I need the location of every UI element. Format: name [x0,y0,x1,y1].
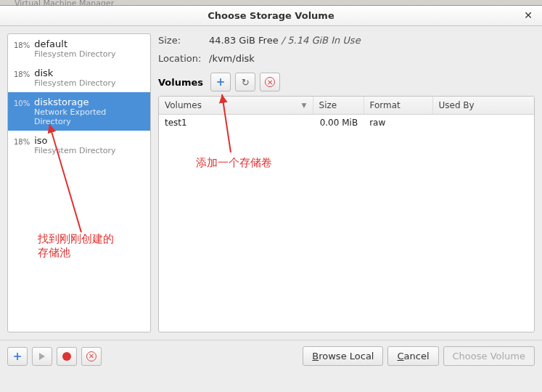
delete-icon: ✕ [86,351,97,362]
stop-pool-button[interactable] [57,347,77,366]
pool-item-diskstorage[interactable]: 10% diskstorage Network Exported Directo… [8,92,150,131]
col-header-size[interactable]: Size [313,97,364,114]
cancel-button[interactable]: Cancel [387,346,438,366]
pool-type: Network Exported Directory [34,107,144,126]
size-inuse: 5.14 GiB In Use [287,35,360,46]
size-label: Size: [158,35,209,46]
cell-format: raw [364,115,432,131]
pool-usage-pct: 18% [14,38,30,49]
delete-volume-button[interactable]: ✕ [260,73,280,91]
background-window-strip: Virtual Machine Manager [0,0,542,6]
col-header-volumes[interactable]: Volumes▼ [159,97,313,114]
record-icon [62,352,71,361]
pool-name: default [34,38,115,49]
location-row: Location: /kvm/disk [158,52,535,65]
titlebar: Choose Storage Volume ✕ [0,6,542,26]
pool-name: iso [34,135,115,146]
size-free: 44.83 GiB Free [209,35,279,46]
volumes-label: Volumes [158,77,203,88]
pool-name: diskstorage [34,97,144,107]
cell-volume-name: test1 [159,115,313,131]
pool-usage-pct: 18% [14,68,30,78]
table-header: Volumes▼ Size Format Used By [159,97,534,115]
pool-item-default[interactable]: 18% default Filesystem Directory [8,34,150,63]
pool-type: Filesystem Directory [34,49,115,59]
cell-usedby [432,115,534,131]
pool-type: Filesystem Directory [34,78,115,88]
pool-usage-pct: 18% [14,135,30,146]
sort-indicator-icon: ▼ [302,102,307,109]
volumes-toolbar: Volumes + ↻ ✕ [158,73,535,91]
cell-size: 0.00 MiB [313,115,364,131]
pool-item-iso[interactable]: 18% iso Filesystem Directory [8,131,150,160]
browse-local-button[interactable]: Browse Local [303,346,383,366]
choose-volume-button: Choose Volume [443,346,535,366]
delete-icon: ✕ [265,77,275,87]
pool-usage-pct: 10% [14,97,30,107]
pool-item-disk[interactable]: 18% disk Filesystem Directory [8,63,150,92]
add-pool-button[interactable]: + [7,347,28,366]
size-sep: / [279,35,288,46]
close-icon[interactable]: ✕ [522,9,535,22]
start-pool-button[interactable] [32,347,52,366]
location-label: Location: [158,53,209,64]
delete-pool-button[interactable]: ✕ [81,347,102,366]
play-icon [39,353,45,360]
plus-icon: + [13,350,22,363]
window-title: Choose Storage Volume [208,10,334,21]
pool-type: Filesystem Directory [34,146,115,155]
add-volume-button[interactable]: + [210,73,231,91]
bottom-toolbar: + ✕ Browse Local Cancel Choose Volume [0,340,542,372]
storage-pool-list[interactable]: 18% default Filesystem Directory 18% dis… [7,33,151,332]
refresh-button[interactable]: ↻ [235,73,255,91]
refresh-icon: ↻ [242,77,250,88]
size-row: Size: 44.83 GiB Free / 5.14 GiB In Use [158,33,535,47]
plus-icon: + [216,75,226,89]
col-header-usedby[interactable]: Used By [433,97,534,114]
col-header-format[interactable]: Format [364,97,433,114]
volumes-table: Volumes▼ Size Format Used By test1 0.00 … [158,96,535,332]
pool-name: disk [34,68,115,78]
location-value: /kvm/disk [209,53,255,64]
table-row[interactable]: test1 0.00 MiB raw [159,115,534,131]
